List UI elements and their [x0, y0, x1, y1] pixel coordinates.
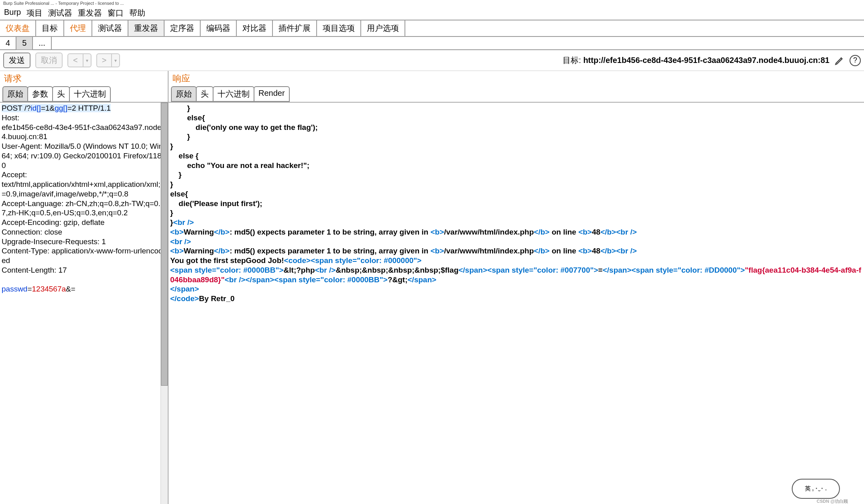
response-pane: 响应 原始 头 十六进制 Render } else{ die('only on…	[169, 71, 864, 504]
repeater-sub-tabs: 4 5 ...	[0, 37, 864, 50]
tab-dashboard[interactable]: 仪表盘	[0, 20, 36, 36]
cancel-button[interactable]: 取消	[35, 53, 63, 68]
history-next-group: > ▾	[96, 53, 120, 67]
response-tab-raw[interactable]: 原始	[171, 86, 197, 102]
request-tab-params[interactable]: 参数	[27, 86, 53, 102]
tab-comparer[interactable]: 对比器	[237, 20, 273, 36]
response-content[interactable]: } else{ die('only one way to get the fla…	[169, 102, 864, 504]
watermark: CSDN @功白顾	[817, 499, 848, 504]
history-prev-group: < ▾	[67, 53, 91, 67]
tab-projectopt[interactable]: 项目选项	[317, 20, 361, 36]
subtab-5[interactable]: 5	[16, 37, 33, 50]
request-tab-raw[interactable]: 原始	[2, 86, 28, 102]
request-tab-hex[interactable]: 十六进制	[69, 86, 111, 102]
tab-decoder[interactable]: 编码器	[201, 20, 237, 36]
edit-target-icon[interactable]	[834, 55, 845, 66]
title-bar: Burp Suite Professional ... - Temporary …	[0, 0, 864, 6]
prev-button[interactable]: <	[67, 53, 83, 67]
request-tab-headers[interactable]: 头	[52, 86, 70, 102]
menu-burp[interactable]: Burp	[2, 7, 23, 19]
split-pane: 请求 原始 参数 头 十六进制 POST /?id[]=1&gg[]=2 HTT…	[0, 71, 864, 504]
tab-useropt[interactable]: 用户选项	[361, 20, 405, 36]
prev-dropdown[interactable]: ▾	[83, 53, 91, 67]
target-display: 目标: http://efe1b456-ce8d-43e4-951f-c3aa0…	[563, 55, 829, 66]
response-tab-hex[interactable]: 十六进制	[213, 86, 254, 102]
target-url: http://efe1b456-ce8d-43e4-951f-c3aa06243…	[583, 56, 829, 65]
tab-proxy[interactable]: 代理	[64, 20, 92, 36]
request-view-tabs: 原始 参数 头 十六进制	[0, 86, 168, 102]
menu-repeater[interactable]: 重发器	[75, 7, 104, 19]
send-button[interactable]: 发送	[3, 53, 30, 68]
menu-help[interactable]: 帮助	[127, 7, 148, 19]
request-scrollbar[interactable]	[161, 103, 168, 504]
next-button[interactable]: >	[96, 53, 112, 67]
request-content[interactable]: POST /?id[]=1&gg[]=2 HTTP/1.1 Host: efe1…	[0, 102, 168, 504]
mascot-widget[interactable]: 英 , ･‿･ .	[792, 479, 840, 499]
main-tabs: 仪表盘 目标 代理 测试器 重发器 定序器 编码器 对比器 插件扩展 项目选项 …	[0, 20, 864, 37]
response-tab-headers[interactable]: 头	[196, 86, 213, 102]
menu-project[interactable]: 项目	[24, 7, 45, 19]
tab-extender[interactable]: 插件扩展	[273, 20, 317, 36]
menu-tester[interactable]: 测试器	[46, 7, 75, 19]
help-icon[interactable]: ?	[850, 55, 861, 66]
request-title: 请求	[0, 71, 168, 86]
subtab-4[interactable]: 4	[0, 37, 16, 49]
tab-target[interactable]: 目标	[36, 20, 64, 36]
toolbar: 发送 取消 < ▾ > ▾ 目标: http://efe1b456-ce8d-4…	[0, 50, 864, 71]
response-tab-render[interactable]: Render	[254, 86, 290, 102]
menu-bar: Burp 项目 测试器 重发器 窗口 帮助	[0, 6, 864, 20]
subtab-more[interactable]: ...	[33, 37, 52, 49]
tab-sequencer[interactable]: 定序器	[165, 20, 201, 36]
request-pane: 请求 原始 参数 头 十六进制 POST /?id[]=1&gg[]=2 HTT…	[0, 71, 169, 504]
next-dropdown[interactable]: ▾	[111, 53, 120, 67]
response-title: 响应	[169, 71, 864, 86]
response-view-tabs: 原始 头 十六进制 Render	[169, 86, 864, 102]
menu-window[interactable]: 窗口	[105, 7, 126, 19]
tab-repeater[interactable]: 重发器	[128, 20, 165, 36]
tab-tester[interactable]: 测试器	[92, 20, 128, 36]
